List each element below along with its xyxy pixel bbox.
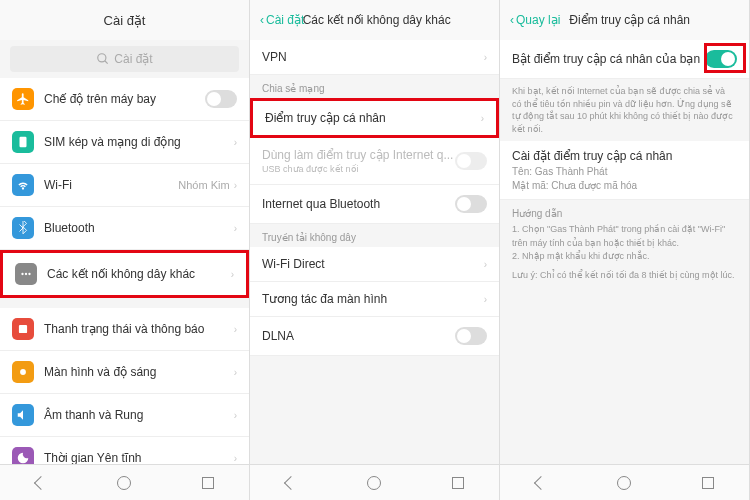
nav-back-icon[interactable] xyxy=(533,475,547,489)
chevron-icon: › xyxy=(234,137,237,148)
chevron-icon: › xyxy=(234,410,237,421)
row-wifi[interactable]: Wi-Fi Nhóm Kim › xyxy=(0,164,249,207)
header: ‹ Quay lại Điểm truy cập cá nhân xyxy=(500,0,749,40)
row-wifi-direct[interactable]: Wi-Fi Direct › xyxy=(250,247,499,282)
chevron-icon: › xyxy=(481,113,484,124)
svg-line-1 xyxy=(105,61,108,64)
row-dlna[interactable]: DLNA xyxy=(250,317,499,356)
hotspot-screen: ‹ Quay lại Điểm truy cập cá nhân Bật điể… xyxy=(500,0,750,500)
section-label: Chia sẻ mạng xyxy=(250,75,499,98)
svg-rect-2 xyxy=(20,137,27,148)
row-bluetooth[interactable]: Bluetooth › xyxy=(0,207,249,250)
nav-recent-icon[interactable] xyxy=(702,477,714,489)
svg-point-0 xyxy=(98,54,106,62)
row-status-bar[interactable]: Thanh trạng thái và thông báo › xyxy=(0,308,249,351)
row-display[interactable]: Màn hình và độ sáng › xyxy=(0,351,249,394)
hotspot-settings-row[interactable]: Cài đặt điểm truy cập cá nhân Tên: Gas T… xyxy=(500,141,749,200)
row-other-wireless[interactable]: Các kết nối không dây khác › xyxy=(0,250,249,298)
row-hotspot[interactable]: Điểm truy cập cá nhân › xyxy=(250,98,499,138)
nav-bar xyxy=(500,464,749,500)
bluetooth-icon xyxy=(12,217,34,239)
nav-home-icon[interactable] xyxy=(617,476,631,490)
search-icon xyxy=(96,52,110,66)
chevron-icon: › xyxy=(231,269,234,280)
display-icon xyxy=(12,361,34,383)
chevron-icon: › xyxy=(484,294,487,305)
page-title: Các kết nối không dây khác xyxy=(264,13,489,27)
row-quiet-time[interactable]: Thời gian Yên tĩnh › xyxy=(0,437,249,464)
wireless-screen: ‹ Cài đặt Các kết nối không dây khác VPN… xyxy=(250,0,500,500)
sound-icon xyxy=(12,404,34,426)
settings-screen: Cài đặt Cài đặt Chế độ trên máy bay SIM … xyxy=(0,0,250,500)
chevron-icon: › xyxy=(484,52,487,63)
chevron-icon: › xyxy=(234,453,237,464)
svg-point-7 xyxy=(20,369,26,375)
svg-point-4 xyxy=(25,273,27,275)
svg-point-5 xyxy=(28,273,30,275)
dlna-toggle[interactable] xyxy=(455,327,487,345)
chevron-icon: › xyxy=(234,324,237,335)
wifi-icon xyxy=(12,174,34,196)
nav-recent-icon[interactable] xyxy=(202,477,214,489)
page-title: Điểm truy cập cá nhân xyxy=(520,13,739,27)
row-airplane[interactable]: Chế độ trên máy bay xyxy=(0,78,249,121)
notification-icon xyxy=(12,318,34,340)
nav-bar xyxy=(250,464,499,500)
chevron-icon: › xyxy=(234,223,237,234)
nav-back-icon[interactable] xyxy=(33,475,47,489)
info-text: Khi bạt, kết nối Internet của bạn sẽ đượ… xyxy=(500,79,749,141)
row-bt-internet[interactable]: Internet qua Bluetooth xyxy=(250,185,499,224)
airplane-toggle[interactable] xyxy=(205,90,237,108)
more-icon xyxy=(15,263,37,285)
chevron-icon: › xyxy=(234,180,237,191)
nav-bar xyxy=(0,464,249,500)
row-sound[interactable]: Âm thanh và Rung › xyxy=(0,394,249,437)
chevron-icon: › xyxy=(484,259,487,270)
row-usb-tether: Dùng làm điểm truy cập Internet q... USB… xyxy=(250,138,499,185)
nav-home-icon[interactable] xyxy=(117,476,131,490)
nav-back-icon[interactable] xyxy=(283,475,297,489)
nav-recent-icon[interactable] xyxy=(452,477,464,489)
chevron-icon: › xyxy=(234,367,237,378)
guide-section: Hướng dẫn 1. Chọn "Gas Thành Phát" trong… xyxy=(500,200,749,288)
row-enable-hotspot[interactable]: Bật điểm truy cập cá nhân của bạn xyxy=(500,40,749,79)
header: ‹ Cài đặt Các kết nối không dây khác xyxy=(250,0,499,40)
usb-toggle xyxy=(455,152,487,170)
svg-rect-6 xyxy=(19,325,27,333)
search-input[interactable]: Cài đặt xyxy=(10,46,239,72)
row-vpn[interactable]: VPN › xyxy=(250,40,499,75)
airplane-icon xyxy=(12,88,34,110)
moon-icon xyxy=(12,447,34,464)
section-label: Truyền tải không dây xyxy=(250,224,499,247)
header: Cài đặt xyxy=(0,0,249,40)
row-sim[interactable]: SIM kép và mạng di động › xyxy=(0,121,249,164)
sim-icon xyxy=(12,131,34,153)
nav-home-icon[interactable] xyxy=(367,476,381,490)
row-multiscreen[interactable]: Tương tác đa màn hình › xyxy=(250,282,499,317)
page-title: Cài đặt xyxy=(10,13,239,28)
svg-point-3 xyxy=(21,273,23,275)
bt-toggle[interactable] xyxy=(455,195,487,213)
hotspot-toggle[interactable] xyxy=(705,50,737,68)
